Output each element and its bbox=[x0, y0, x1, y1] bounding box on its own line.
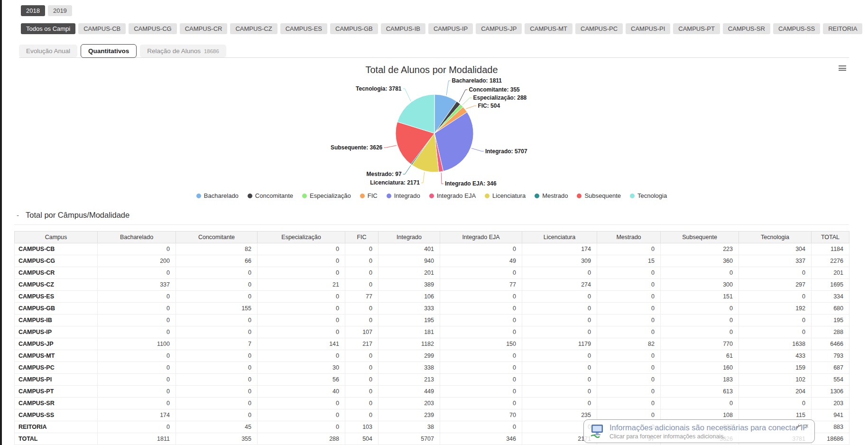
row-label-cell: CAMPUS-PC bbox=[15, 362, 98, 374]
value-cell: 0 bbox=[597, 315, 661, 326]
value-cell: 793 bbox=[812, 350, 850, 362]
value-cell: 0 bbox=[176, 267, 258, 279]
campus-filter-campus-gb[interactable]: CAMPUS-GB bbox=[330, 23, 378, 34]
pie-data-label-subsequente: Subsequente: 3626 bbox=[331, 144, 383, 151]
value-cell: 40 bbox=[258, 386, 345, 398]
year-filter-2018[interactable]: 2018 bbox=[21, 5, 45, 16]
legend-item-concomitante[interactable]: Concomitante bbox=[248, 192, 293, 199]
pie-data-label-concomitante: Concomitante: 355 bbox=[469, 86, 520, 93]
pie-data-label-integrado: Integrado: 5707 bbox=[485, 148, 527, 155]
value-cell: 0 bbox=[739, 326, 812, 338]
value-cell: 0 bbox=[98, 303, 176, 315]
value-cell: 389 bbox=[379, 279, 440, 291]
campus-filter-campus-ss[interactable]: CAMPUS-SS bbox=[773, 23, 820, 34]
value-cell: 401 bbox=[379, 243, 440, 255]
campus-filter-campus-cz[interactable]: CAMPUS-CZ bbox=[230, 23, 277, 34]
value-cell: 1638 bbox=[739, 338, 812, 350]
legend-item-licenciatura[interactable]: Licenciatura bbox=[485, 192, 526, 199]
value-cell: 159 bbox=[739, 362, 812, 374]
campus-filter-campus-pc[interactable]: CAMPUS-PC bbox=[575, 23, 623, 34]
value-cell: 613 bbox=[661, 386, 739, 398]
collapse-toggle[interactable]: - bbox=[17, 211, 19, 219]
value-cell: 0 bbox=[739, 398, 812, 409]
table-row: CAMPUS-CB08200401017402233041184 bbox=[15, 243, 850, 255]
value-cell: 66 bbox=[176, 255, 258, 267]
campus-filter-reitoria[interactable]: REITORIA bbox=[823, 23, 862, 34]
year-filter-group: 20182019 bbox=[21, 5, 849, 16]
campus-filter-campus-ib[interactable]: CAMPUS-IB bbox=[381, 23, 425, 34]
value-cell: 0 bbox=[522, 374, 597, 386]
legend-item-bacharelado[interactable]: Bacharelado bbox=[196, 192, 239, 199]
table-row: CAMPUS-IB000019500000195 bbox=[15, 315, 850, 326]
legend-item-integrado-eja[interactable]: Integrado EJA bbox=[429, 192, 476, 199]
legend-item-subsequente[interactable]: Subsequente bbox=[577, 192, 621, 199]
pie-label-connector bbox=[466, 106, 476, 109]
value-cell: 0 bbox=[258, 243, 345, 255]
campus-filter-campus-cb[interactable]: CAMPUS-CB bbox=[78, 23, 126, 34]
value-cell: 174 bbox=[522, 243, 597, 255]
pie-label-connector bbox=[462, 98, 472, 105]
value-cell: 213 bbox=[379, 374, 440, 386]
table-row: CAMPUS-CG200660094049309153603372276 bbox=[15, 255, 850, 267]
campus-filter-campus-es[interactable]: CAMPUS-ES bbox=[280, 23, 327, 34]
tab-evolu-o-anual[interactable]: Evolução Anual bbox=[19, 45, 77, 57]
legend-item-especializa-o[interactable]: Especialização bbox=[302, 192, 351, 199]
value-cell: 7 bbox=[176, 338, 258, 350]
campus-filter-campus-pt[interactable]: CAMPUS-PT bbox=[673, 23, 720, 34]
column-header-integrado: Integrado bbox=[379, 232, 440, 243]
campus-filter-campus-jp[interactable]: CAMPUS-JP bbox=[476, 23, 522, 34]
column-header-licenciatura: Licenciatura bbox=[522, 232, 597, 243]
value-cell: 0 bbox=[522, 315, 597, 326]
value-cell: 0 bbox=[739, 267, 812, 279]
tab-count-badge: 18686 bbox=[204, 48, 219, 54]
wrench-icon[interactable] bbox=[795, 423, 801, 429]
value-cell: 77 bbox=[440, 279, 522, 291]
legend-item-tecnologia[interactable]: Tecnologia bbox=[630, 192, 667, 199]
campus-filter-campus-sr[interactable]: CAMPUS-SR bbox=[723, 23, 770, 34]
value-cell: 0 bbox=[258, 398, 345, 409]
pie-data-label-fic: FIC: 504 bbox=[478, 102, 500, 109]
value-cell: 274 bbox=[522, 279, 597, 291]
tab-rela-o-de-alunos[interactable]: Relação de Alunos18686 bbox=[140, 45, 226, 57]
campus-filter-campus-cr[interactable]: CAMPUS-CR bbox=[180, 23, 228, 34]
value-cell: 0 bbox=[597, 291, 661, 303]
value-cell: 195 bbox=[812, 315, 850, 326]
close-icon[interactable]: × bbox=[805, 423, 809, 429]
value-cell: 0 bbox=[258, 291, 345, 303]
campus-filter-campus-cg[interactable]: CAMPUS-CG bbox=[129, 23, 176, 34]
tray-notification[interactable]: Informações adicionais são necessárias p… bbox=[583, 419, 815, 443]
value-cell: 151 bbox=[661, 291, 739, 303]
value-cell: 201 bbox=[379, 267, 440, 279]
value-cell: 82 bbox=[597, 338, 661, 350]
hamburger-menu-icon[interactable] bbox=[839, 65, 846, 72]
value-cell: 0 bbox=[258, 409, 345, 421]
campus-filter-campus-mt[interactable]: CAMPUS-MT bbox=[525, 23, 573, 34]
value-cell: 449 bbox=[379, 386, 440, 398]
campus-filter-campus-ip[interactable]: CAMPUS-IP bbox=[428, 23, 473, 34]
legend-label: Tecnologia bbox=[637, 192, 667, 199]
campus-filter-campus-pi[interactable]: CAMPUS-PI bbox=[626, 23, 670, 34]
value-cell: 0 bbox=[597, 362, 661, 374]
value-cell: 0 bbox=[661, 315, 739, 326]
value-cell: 0 bbox=[522, 267, 597, 279]
value-cell: 0 bbox=[345, 303, 379, 315]
legend-dot bbox=[485, 194, 489, 198]
tab-quantitativos[interactable]: Quantitativos bbox=[81, 44, 137, 58]
row-label-cell: CAMPUS-CZ bbox=[15, 279, 98, 291]
year-filter-2019[interactable]: 2019 bbox=[48, 5, 72, 16]
legend-item-fic[interactable]: FIC bbox=[360, 192, 378, 199]
value-cell: 0 bbox=[176, 279, 258, 291]
notification-title: Informações adicionais são necessárias p… bbox=[609, 423, 808, 432]
value-cell: 0 bbox=[258, 255, 345, 267]
value-cell: 217 bbox=[345, 338, 379, 350]
pie-label-connector bbox=[403, 166, 411, 175]
legend-item-mestrado[interactable]: Mestrado bbox=[535, 192, 568, 199]
campus-filter-todos-os-campi[interactable]: Todos os Campi bbox=[21, 23, 75, 34]
legend-label: Concomitante bbox=[255, 192, 293, 199]
legend-item-integrado[interactable]: Integrado bbox=[387, 192, 420, 199]
table-row: CAMPUS-JP1100714121711821501179827701638… bbox=[15, 338, 850, 350]
value-cell: 0 bbox=[176, 326, 258, 338]
value-cell: 0 bbox=[440, 243, 522, 255]
value-cell: 0 bbox=[597, 243, 661, 255]
value-cell: 0 bbox=[597, 386, 661, 398]
